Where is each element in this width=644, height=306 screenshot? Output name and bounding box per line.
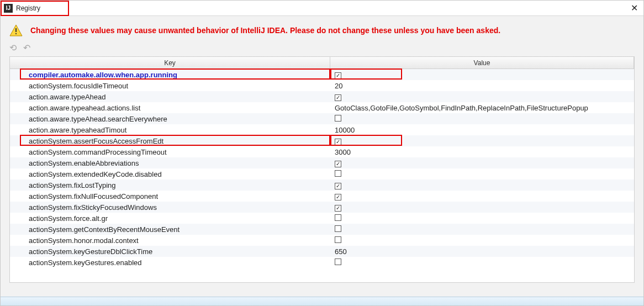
table-row[interactable]: actionSystem.fixLostTyping✓ (10, 180, 634, 191)
registry-value[interactable]: ✓ (330, 159, 634, 167)
table-row[interactable]: actionSystem.assertFocusAccessFromEdt✓ (10, 135, 634, 146)
registry-value[interactable]: ✓ (330, 181, 634, 189)
warning-text: Changing these values may cause unwanted… (30, 26, 500, 35)
registry-key: actionSystem.extendedKeyCode.disabled (10, 170, 330, 178)
table-row[interactable]: actionSystem.enableAbbreviations✓ (10, 157, 634, 168)
checkbox[interactable]: ✓ (335, 72, 341, 79)
registry-key: actionSystem.keyGestures.enabled (10, 258, 330, 267)
registry-key: actionSystem.keyGestureDblClickTime (10, 247, 330, 256)
checkbox[interactable] (335, 236, 341, 243)
registry-value[interactable] (330, 258, 634, 267)
table-row[interactable]: action.aware.typeahead.actions.listGotoC… (10, 102, 634, 113)
table-header: Key Value (10, 57, 634, 69)
table-row[interactable]: action.aware.typeaheadTimout10000 (10, 124, 634, 135)
registry-key: actionSystem.commandProcessingTimeout (10, 148, 330, 156)
table-row[interactable]: actionSystem.keyGestures.enabled (10, 257, 634, 268)
warning-icon (9, 24, 23, 37)
registry-value[interactable]: 10000 (330, 126, 634, 134)
bottom-strip (1, 297, 643, 305)
svg-rect-1 (15, 28, 17, 32)
checkbox[interactable] (335, 170, 341, 177)
registry-value[interactable]: ✓ (330, 71, 634, 79)
table-row[interactable]: actionSystem.force.alt.gr (10, 213, 634, 224)
checkbox[interactable] (335, 214, 341, 221)
registry-key: actionSystem.assertFocusAccessFromEdt (10, 137, 330, 145)
registry-value[interactable] (330, 170, 634, 178)
checkbox[interactable]: ✓ (335, 139, 341, 145)
registry-value[interactable] (330, 236, 634, 245)
table-row[interactable]: actionSystem.extendedKeyCode.disabled (10, 168, 634, 180)
table-row[interactable]: actionSystem.honor.modal.context (10, 235, 634, 246)
column-header-value[interactable]: Value (330, 57, 634, 68)
registry-value[interactable]: ✓ (330, 137, 634, 145)
checkbox[interactable] (335, 225, 341, 232)
checkbox[interactable]: ✓ (335, 194, 341, 201)
registry-value[interactable]: ✓ (330, 93, 634, 101)
table-row[interactable]: action.aware.typeAhead.searchEverywhere (10, 113, 634, 124)
title-highlight: IJ Registry (1, 1, 69, 16)
registry-key: action.aware.typeAhead (10, 93, 330, 101)
registry-value[interactable]: 650 (330, 247, 634, 256)
registry-window: IJ Registry ✕ Changing these values may … (0, 0, 644, 306)
table-row[interactable]: actionSystem.focusIdleTimeout20 (10, 80, 634, 91)
table-body: compiler.automake.allow.when.app.running… (10, 69, 634, 268)
registry-value[interactable] (330, 214, 634, 223)
registry-key: actionSystem.fixLostTyping (10, 181, 330, 189)
checkbox[interactable] (335, 258, 341, 265)
column-header-key[interactable]: Key (10, 57, 330, 68)
table-row[interactable]: action.aware.typeAhead✓ (10, 91, 634, 102)
table-row[interactable]: actionSystem.commandProcessingTimeout300… (10, 146, 634, 157)
checkbox[interactable]: ✓ (335, 205, 341, 212)
registry-key: actionSystem.honor.modal.context (10, 236, 330, 245)
warning-row: Changing these values may cause unwanted… (1, 16, 643, 43)
checkbox[interactable]: ✓ (335, 183, 341, 189)
svg-rect-2 (15, 33, 17, 34)
table-row[interactable]: actionSystem.keyGestureDblClickTime650 (10, 246, 634, 257)
registry-key: action.aware.typeaheadTimout (10, 126, 330, 134)
table-row[interactable]: actionSystem.fixStickyFocusedWindows✓ (10, 202, 634, 213)
registry-table: Key Value compiler.automake.allow.when.a… (9, 56, 635, 283)
titlebar: IJ Registry ✕ (1, 1, 643, 16)
registry-value[interactable] (330, 225, 634, 234)
close-icon[interactable]: ✕ (631, 3, 638, 13)
registry-value[interactable]: ✓ (330, 192, 634, 201)
app-icon: IJ (4, 4, 13, 13)
table-row[interactable]: compiler.automake.allow.when.app.running… (10, 69, 634, 80)
registry-key: action.aware.typeAhead.searchEverywhere (10, 115, 330, 123)
registry-value[interactable]: 3000 (330, 148, 634, 156)
checkbox[interactable] (335, 115, 341, 122)
toolbar: ⟲ ↶ (1, 43, 643, 56)
registry-key: actionSystem.enableAbbreviations (10, 159, 330, 167)
registry-key: actionSystem.getContextByRecentMouseEven… (10, 225, 330, 234)
checkbox[interactable]: ✓ (335, 161, 341, 167)
registry-key: actionSystem.fixStickyFocusedWindows (10, 203, 330, 212)
registry-value[interactable]: GotoClass,GotoFile,GotoSymbol,FindInPath… (330, 104, 634, 112)
registry-value[interactable]: 20 (330, 82, 634, 90)
registry-key: actionSystem.fixNullFocusedComponent (10, 192, 330, 201)
table-row[interactable]: actionSystem.getContextByRecentMouseEven… (10, 224, 634, 235)
registry-key: action.aware.typeahead.actions.list (10, 104, 330, 112)
table-row[interactable]: actionSystem.fixNullFocusedComponent✓ (10, 191, 634, 202)
checkbox[interactable]: ✓ (335, 94, 341, 101)
registry-key: actionSystem.focusIdleTimeout (10, 82, 330, 90)
registry-key: compiler.automake.allow.when.app.running (10, 71, 330, 79)
undo-icon[interactable]: ↶ (23, 43, 30, 53)
registry-value[interactable] (330, 115, 634, 123)
window-title: Registry (16, 4, 40, 12)
registry-value[interactable]: ✓ (330, 203, 634, 212)
restart-icon[interactable]: ⟲ (9, 43, 17, 53)
registry-key: actionSystem.force.alt.gr (10, 214, 330, 223)
